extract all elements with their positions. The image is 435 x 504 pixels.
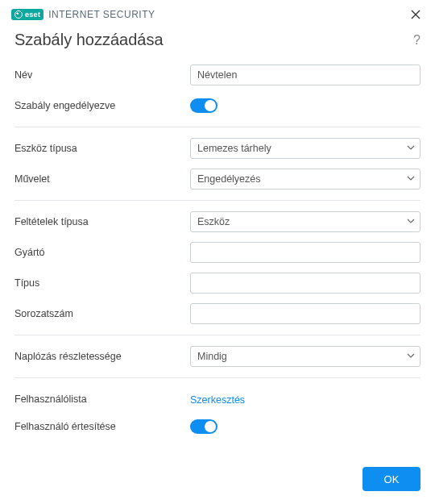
label-rule-enabled: Szabály engedélyezve xyxy=(14,100,190,111)
chevron-down-icon xyxy=(407,143,415,154)
content: Szabály hozzáadása ? Név Szabály engedél… xyxy=(0,27,435,439)
brand-text: INTERNET SECURITY xyxy=(48,9,155,20)
label-device-type: Eszköz típusa xyxy=(14,143,190,154)
divider xyxy=(14,127,420,127)
log-severity-value: Mindig xyxy=(197,351,227,362)
criteria-type-value: Eszköz xyxy=(197,216,230,227)
chevron-down-icon xyxy=(407,216,415,227)
label-serial: Sorozatszám xyxy=(14,308,190,319)
action-select[interactable]: Engedélyezés xyxy=(190,169,420,190)
notify-user-toggle[interactable] xyxy=(190,419,218,434)
rule-enabled-toggle[interactable] xyxy=(190,98,218,113)
label-action: Művelet xyxy=(14,173,190,185)
device-type-select[interactable]: Lemezes tárhely xyxy=(190,138,420,159)
label-user-list: Felhasználólista xyxy=(14,394,190,405)
footer: OK xyxy=(0,457,435,504)
divider xyxy=(14,377,420,378)
label-notify-user: Felhasználó értesítése xyxy=(14,421,190,432)
brand: eset INTERNET SECURITY xyxy=(11,9,155,20)
log-severity-select[interactable]: Mindig xyxy=(190,346,420,367)
label-name: Név xyxy=(14,69,190,81)
model-input[interactable] xyxy=(190,273,420,294)
action-value: Engedélyezés xyxy=(197,173,261,185)
help-icon[interactable]: ? xyxy=(413,33,420,48)
brand-logo: eset xyxy=(11,9,44,20)
serial-input[interactable] xyxy=(190,303,420,324)
vendor-input[interactable] xyxy=(190,242,420,263)
criteria-type-select[interactable]: Eszköz xyxy=(190,211,420,232)
label-criteria-type: Feltételek típusa xyxy=(14,216,190,227)
edit-user-list-link[interactable]: Szerkesztés xyxy=(190,394,245,406)
close-icon[interactable] xyxy=(408,6,424,23)
chevron-down-icon xyxy=(407,351,415,362)
label-vendor: Gyártó xyxy=(14,247,190,258)
device-type-value: Lemezes tárhely xyxy=(197,143,271,154)
chevron-down-icon xyxy=(407,173,415,185)
divider xyxy=(14,335,420,335)
name-input[interactable] xyxy=(190,65,420,85)
page-title: Szabály hozzáadása xyxy=(14,31,164,49)
ok-button[interactable]: OK xyxy=(362,467,420,491)
label-log-severity: Naplózás részletessége xyxy=(14,351,190,362)
titlebar: eset INTERNET SECURITY xyxy=(0,0,435,27)
divider xyxy=(14,200,420,201)
label-model: Típus xyxy=(14,277,190,289)
